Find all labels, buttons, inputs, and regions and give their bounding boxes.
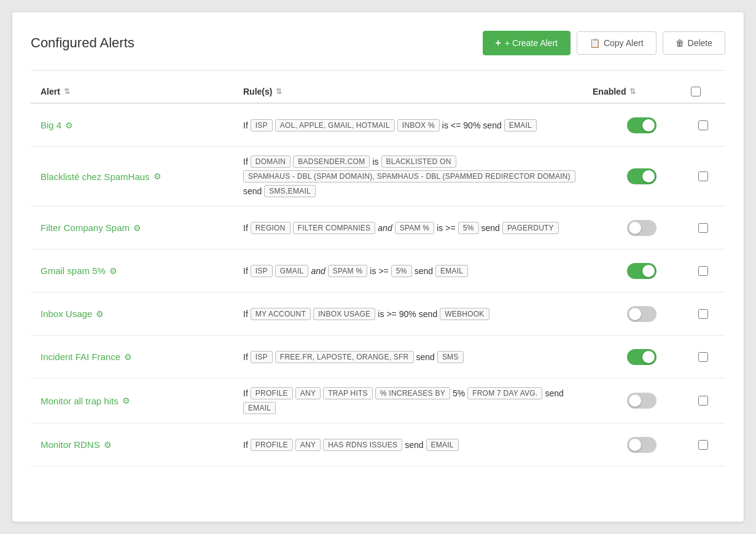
rule-tag: FILTER COMPANIES — [293, 222, 376, 234]
row-checkbox[interactable] — [698, 309, 708, 319]
toggle-switch[interactable] — [627, 117, 657, 133]
gear-icon[interactable]: ⚙ — [154, 171, 162, 181]
rule-text: >= — [445, 223, 455, 233]
sort-rules-icon[interactable]: ⇅ — [276, 87, 282, 96]
plus-icon: + — [496, 37, 501, 49]
row-checkbox[interactable] — [698, 352, 708, 362]
rule-tag: FROM 7 DAY AVG. — [467, 387, 542, 399]
row-checkbox[interactable] — [698, 396, 708, 406]
row-checkbox[interactable] — [698, 223, 708, 233]
alert-name[interactable]: Gmail spam 5% ⚙ — [41, 265, 243, 276]
rule-tag: GMAIL — [275, 265, 309, 277]
rule-text: If — [243, 388, 248, 398]
copy-alert-button[interactable]: 📋 Copy Alert — [577, 31, 657, 55]
table-header: Alert ⇅ Rule(s) ⇅ Enabled ⇅ — [31, 80, 725, 104]
toggle-switch[interactable] — [627, 393, 657, 409]
rule-text: 90% — [399, 309, 416, 319]
table-body: Big 4 ⚙ IfISPAOL, APPLE, GMAIL, HOTMAILI… — [31, 104, 725, 466]
alert-name-cell: Inbox Usage ⚙ — [41, 308, 243, 319]
gear-icon[interactable]: ⚙ — [104, 440, 112, 450]
rule-text: is — [437, 223, 443, 233]
alert-name[interactable]: Incident FAI France ⚙ — [41, 351, 243, 362]
rule-tag: 5% — [458, 222, 479, 234]
rule-tag: INBOX USAGE — [313, 308, 375, 320]
rule-tag: EMAIL — [435, 265, 468, 277]
rule-tag: EMAIL — [243, 402, 276, 414]
gear-icon[interactable]: ⚙ — [109, 266, 117, 276]
row-checkbox[interactable] — [698, 440, 708, 450]
toggle-slider — [627, 306, 657, 322]
alert-name[interactable]: Monitor RDNS ⚙ — [41, 439, 243, 450]
rule-italic: and — [311, 266, 325, 276]
alert-name[interactable]: Monitor all trap hits ⚙ — [41, 396, 243, 406]
row-checkbox[interactable] — [698, 171, 708, 181]
rule-cell: IfPROFILEANYTRAP HITS% INCREASES BY5%FRO… — [243, 387, 593, 414]
toggle-switch[interactable] — [627, 263, 657, 279]
toggle-switch[interactable] — [627, 437, 657, 453]
rule-text: 5% — [453, 388, 465, 398]
create-alert-button[interactable]: + + Create Alert — [483, 31, 571, 55]
enabled-cell — [593, 117, 691, 133]
rule-text: If — [243, 352, 248, 362]
alert-name[interactable]: Inbox Usage ⚙ — [41, 308, 243, 319]
toggle-switch[interactable] — [627, 168, 657, 184]
toggle-slider — [627, 393, 657, 409]
rule-tag: BLACKLISTED ON — [381, 155, 456, 168]
toggle-switch[interactable] — [627, 306, 657, 322]
table-row: Monitor RDNS ⚙ IfPROFILEANYHAS RDNS ISSU… — [31, 423, 725, 466]
gear-icon[interactable]: ⚙ — [96, 309, 104, 319]
delete-button[interactable]: 🗑 Delete — [663, 31, 725, 55]
gear-icon[interactable]: ⚙ — [65, 120, 73, 130]
table-row: Monitor all trap hits ⚙ IfPROFILEANYTRAP… — [31, 379, 725, 423]
alert-name-cell: Monitor all trap hits ⚙ — [41, 396, 243, 406]
col-rules-label: Rule(s) — [243, 87, 272, 96]
alert-name[interactable]: Blacklisté chez SpamHaus ⚙ — [41, 171, 243, 182]
enabled-cell — [593, 168, 691, 184]
alert-name[interactable]: Big 4 ⚙ — [41, 120, 243, 130]
gear-icon[interactable]: ⚙ — [124, 352, 132, 362]
alert-name-cell: Big 4 ⚙ — [41, 120, 243, 130]
rule-tag: TRAP HITS — [323, 387, 373, 399]
rule-text: send — [481, 223, 500, 233]
rule-tag: AOL, APPLE, GMAIL, HOTMAIL — [275, 119, 395, 132]
enabled-cell — [593, 437, 691, 453]
table-row: Gmail spam 5% ⚙ IfISPGMAILandSPAM %is>=5… — [31, 249, 725, 293]
select-all-checkbox[interactable] — [691, 87, 701, 96]
rule-text: <= — [451, 120, 461, 130]
rule-tag: SPAM % — [395, 222, 435, 234]
rule-tag: BADSENDER.COM — [293, 155, 370, 168]
rule-tag: EMAIL — [426, 439, 459, 451]
gear-icon[interactable]: ⚙ — [122, 396, 130, 406]
sort-alert-icon[interactable]: ⇅ — [64, 87, 70, 96]
sort-enabled-icon[interactable]: ⇅ — [629, 87, 636, 96]
row-checkbox[interactable] — [698, 120, 708, 130]
table-row: Incident FAI France ⚙ IfISPFREE.FR, LAPO… — [31, 336, 725, 379]
rule-text: If — [243, 309, 248, 319]
toggle-slider — [627, 220, 657, 236]
alert-name-cell: Blacklisté chez SpamHaus ⚙ — [41, 171, 243, 182]
alert-name-cell: Incident FAI France ⚙ — [41, 351, 243, 362]
rule-tag: ANY — [295, 439, 321, 451]
rule-text: send — [483, 120, 501, 130]
rule-tag: REGION — [251, 222, 290, 234]
rule-text: is — [378, 309, 384, 319]
rule-text: If — [243, 223, 248, 233]
rule-text: >= — [378, 266, 388, 276]
rule-cell: IfISPAOL, APPLE, GMAIL, HOTMAILINBOX %is… — [243, 119, 593, 132]
rule-text: is — [372, 157, 378, 167]
page-title: Configured Alerts — [31, 35, 134, 51]
rule-text: If — [243, 266, 248, 276]
rule-cell: IfMY ACCOUNTINBOX USAGEis>=90%sendWEBHOO… — [243, 308, 593, 320]
gear-icon[interactable]: ⚙ — [133, 223, 141, 233]
copy-icon: 📋 — [590, 38, 600, 48]
alert-name-cell: Monitor RDNS ⚙ — [41, 439, 243, 450]
row-checkbox-cell — [691, 440, 715, 450]
header-actions: + + Create Alert 📋 Copy Alert 🗑 Delete — [483, 31, 725, 55]
row-checkbox-cell — [691, 120, 715, 130]
row-checkbox[interactable] — [698, 266, 708, 276]
toggle-slider — [627, 263, 657, 279]
alert-name[interactable]: Filter Company Spam ⚙ — [41, 222, 243, 233]
toggle-switch[interactable] — [627, 349, 657, 365]
rule-tag: INBOX % — [397, 119, 440, 132]
toggle-switch[interactable] — [627, 220, 657, 236]
